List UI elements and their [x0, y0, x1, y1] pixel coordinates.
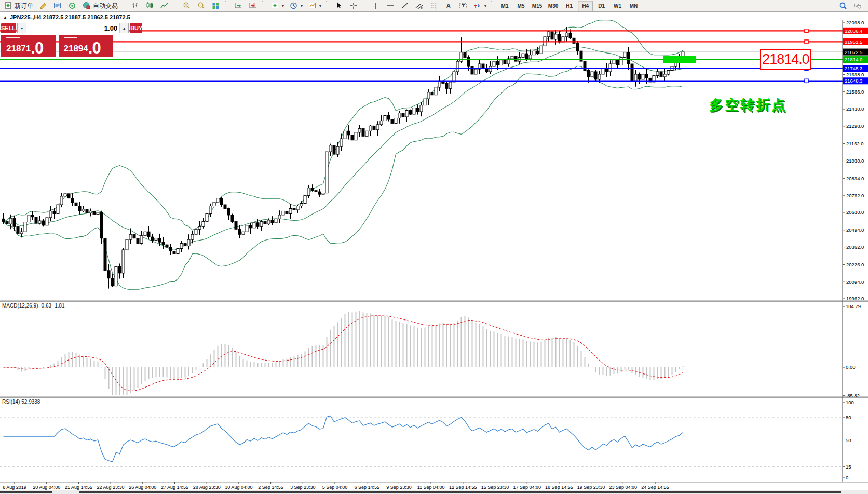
sell-button[interactable]: SELL: [1, 23, 16, 33]
svg-text:21298.0: 21298.0: [846, 123, 864, 129]
svg-text:15 Sep 23:30: 15 Sep 23:30: [481, 485, 509, 490]
buy-price-display[interactable]: 21894 .0: [59, 35, 114, 57]
price-callout-21814[interactable]: 21814.0: [760, 49, 811, 70]
svg-text:24 Sep 14:55: 24 Sep 14:55: [641, 485, 669, 490]
svg-text:21 Aug 14:55: 21 Aug 14:55: [65, 485, 92, 490]
svg-text:21430.0: 21430.0: [846, 106, 864, 112]
svg-text:20226.0: 20226.0: [846, 262, 864, 268]
svg-text:22036.4: 22036.4: [845, 28, 862, 34]
buy-price-pips: .0: [88, 42, 101, 55]
svg-text:27 Aug 14:55: 27 Aug 14:55: [161, 485, 188, 490]
svg-text:21951.5: 21951.5: [845, 39, 862, 45]
svg-text:17 Sep 04:00: 17 Sep 04:00: [513, 485, 541, 490]
symbol-ohlc-text: JPN225-,H4 21872.5 21887.5 21862.5 21872…: [10, 14, 130, 20]
svg-text:0.00: 0.00: [846, 364, 856, 370]
svg-text:184.79: 184.79: [846, 303, 861, 309]
svg-text:9 Sep 23:30: 9 Sep 23:30: [386, 485, 412, 490]
symbol-ohlc-line[interactable]: ▲ JPN225-,H4 21872.5 21887.5 21862.5 218…: [3, 14, 130, 20]
svg-text:20362.0: 20362.0: [846, 244, 864, 250]
svg-text:2 Sep 14:55: 2 Sep 14:55: [258, 485, 283, 490]
buy-price-main: 21894: [64, 44, 88, 53]
svg-text:20 Aug 04:00: 20 Aug 04:00: [33, 485, 60, 490]
svg-text:30 Aug 04:00: 30 Aug 04:00: [225, 485, 252, 490]
buy-button[interactable]: BUY: [130, 23, 142, 33]
svg-text:0: 0: [846, 475, 848, 480]
svg-text:26 Aug 04:00: 26 Aug 04:00: [129, 485, 156, 490]
chart-canvas[interactable]: 22098.021698.021566.021430.021298.021162…: [0, 0, 868, 494]
svg-text:80: 80: [846, 415, 851, 420]
mt4-window: 新订单自动交易▾▾▾EFAT▾M1M5M15M30H1H4D1W1MN 2209…: [0, 0, 868, 494]
svg-text:50: 50: [846, 437, 851, 443]
sell-price-main: 21871: [6, 44, 31, 53]
svg-text:23 Sep 04:00: 23 Sep 04:00: [609, 485, 638, 490]
sell-price-pips: .0: [31, 42, 43, 55]
macd-indicator-label: MACD(12,26,9) -0.63 -1.81: [2, 303, 65, 309]
svg-text:6 Sep 14:55: 6 Sep 14:55: [354, 485, 379, 490]
svg-text:21648.3: 21648.3: [845, 78, 862, 84]
volume-increase-button[interactable]: ▲: [119, 23, 128, 33]
svg-text:8 Aug 2019: 8 Aug 2019: [3, 485, 26, 490]
svg-text:21162.0: 21162.0: [846, 141, 864, 146]
svg-text:15: 15: [846, 464, 851, 470]
svg-text:100: 100: [846, 399, 854, 405]
svg-text:20630.0: 20630.0: [846, 209, 864, 215]
svg-text:20494.0: 20494.0: [846, 227, 864, 233]
rsi-indicator-label: RSI(14) 52.9338: [2, 399, 40, 405]
svg-text:20094.0: 20094.0: [846, 279, 864, 285]
svg-text:21566.0: 21566.0: [846, 89, 864, 95]
svg-text:21814.0: 21814.0: [845, 57, 862, 62]
svg-text:19962.0: 19962.0: [846, 296, 864, 301]
svg-text:21030.0: 21030.0: [846, 158, 864, 164]
svg-text:20894.0: 20894.0: [846, 176, 864, 181]
svg-text:-85.82: -85.82: [846, 393, 860, 398]
svg-text:22 Aug 23:30: 22 Aug 23:30: [97, 485, 125, 490]
svg-text:12 Sep 14:55: 12 Sep 14:55: [449, 485, 477, 490]
svg-text:21872.5: 21872.5: [845, 49, 862, 55]
svg-text:3 Sep 23:30: 3 Sep 23:30: [290, 485, 316, 490]
svg-text:22098.0: 22098.0: [846, 20, 864, 25]
sell-price-display[interactable]: 21871 .0: [1, 35, 56, 57]
svg-text:20762.0: 20762.0: [846, 193, 864, 198]
one-click-trading-panel: SELL ▼ ▲ BUY 21871 .0 21894 .0: [1, 23, 113, 57]
svg-text:21745.3: 21745.3: [845, 65, 862, 71]
svg-text:21698.0: 21698.0: [846, 72, 864, 77]
volume-decrease-button[interactable]: ▼: [18, 23, 26, 33]
svg-text:19 Sep 23:30: 19 Sep 23:30: [577, 485, 605, 490]
volume-spinner: ▼ ▲: [17, 23, 129, 33]
collapse-triangle-icon[interactable]: ▲: [3, 15, 7, 20]
volume-input[interactable]: [26, 23, 119, 33]
annotation-text[interactable]: 多空转折点: [709, 96, 787, 114]
svg-text:11 Sep 04:00: 11 Sep 04:00: [417, 485, 445, 490]
svg-text:28 Aug 23:30: 28 Aug 23:30: [193, 485, 221, 490]
svg-text:18 Sep 14:55: 18 Sep 14:55: [545, 485, 573, 490]
svg-text:5 Sep 04:00: 5 Sep 04:00: [322, 485, 348, 490]
